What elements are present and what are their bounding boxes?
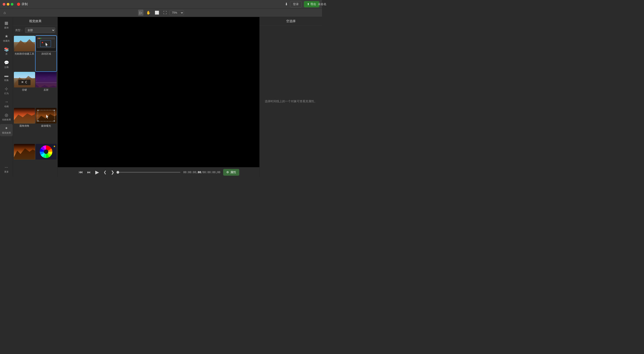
effects-title: 视觉效果 [13,17,58,26]
effect-keystroke[interactable]: ⌘ C 击键 [14,72,35,107]
home-tool-button[interactable]: ⌂ [2,10,7,16]
effect-thumb-freeze [36,36,57,52]
preview-controls: ⏮ ⏭ ▶ ❮ ❯ 00:00:00;00/00:00:00;00 ⚙ 属性 [58,167,260,177]
effect-label-rounded: 圆角倒角 [19,124,30,128]
hand-tool-button[interactable]: ✋ [145,10,152,16]
effect-cursor-path[interactable]: 光标路径创建工具 [14,36,35,71]
timecode-current: 00:00:00; [183,171,198,174]
preview-canvas [58,17,260,167]
title-bar-left: 录制 [3,2,28,6]
sidebar-item-cursor[interactable]: ◎ 光标效果 [0,111,13,123]
properties-btn-label: 属性 [230,170,236,174]
effect-thumb-mountain-dark [14,144,35,160]
effect-label-freeze: 冻结区域 [41,52,52,56]
record-button[interactable]: 录制 [17,2,28,6]
effect-media-blur[interactable]: 媒体哑光 [36,108,57,143]
cursor-icon: ◎ [5,113,8,118]
annotation-icon: 💬 [4,60,9,65]
export-button[interactable]: ⬆ 导出 [304,1,319,8]
sidebar-item-media[interactable]: ▦ 媒体 [0,19,13,31]
transition-icon: ▬ [4,73,8,78]
animation-icon: → [4,100,8,104]
favorites-icon: ★ [5,34,8,39]
sidebar-item-transition[interactable]: ▬ 转换 [0,72,13,84]
svg-point-6 [39,38,40,39]
sidebar-visual-label: 视觉效果 [2,131,11,135]
sidebar-favorites-label: 收藏夹 [3,39,10,43]
gear-icon: ⚙ [226,171,229,174]
effect-mountain-dark[interactable] [14,144,35,176]
svg-rect-26 [37,120,38,122]
toolbar-left: ⌂ [0,10,7,16]
effect-reflect[interactable]: 反射 [36,72,57,107]
record-label: 录制 [22,2,28,6]
fullscreen-tool-button[interactable]: ⛶ [162,10,168,16]
effects-grid: 光标路径创建工具 [13,35,58,177]
zoom-select[interactable]: 75% 50% 100% [170,10,184,15]
svg-point-5 [38,38,39,39]
effect-thumb-reflect [36,72,57,88]
sidebar-item-more[interactable]: ··· 更多 [0,163,13,175]
progress-handle[interactable] [116,171,119,174]
effect-freeze[interactable]: 冻结区域 [36,36,57,71]
crop-tool-button[interactable]: ⬜ [154,10,160,16]
sidebar-cursor-label: 光标效果 [2,118,11,121]
effect-label-mountain-dark [24,160,25,161]
timecode-current-bold: 00 [198,171,201,174]
toolbar-center: ▷ ✋ ⬜ ⛶ 75% 50% 100% [138,10,184,16]
effect-colorwheel[interactable]: ★ [36,144,57,176]
library-icon: 📚 [4,47,9,52]
login-button[interactable]: 登录 [290,1,302,8]
title-bar: 录制 未命名 ⬇ 登录 ⬆ 导出 [0,0,322,9]
download-button[interactable]: ⬇ [285,2,288,6]
skip-forward-button[interactable]: ❯ [110,169,115,176]
sidebar-item-annotation[interactable]: 💬 注释 [0,58,13,71]
effect-rounded[interactable]: 圆角倒角 [14,108,35,143]
step-forward-button[interactable]: ❮ [103,169,107,175]
step-back-button[interactable]: ⏭ [86,169,92,175]
sidebar-item-library[interactable]: 📚 库 [0,45,13,58]
timecode-display: 00:00:00;00/00:00:00;00 [183,171,220,174]
svg-point-7 [40,38,41,39]
progress-bar[interactable] [118,172,180,173]
skip-back-button[interactable]: ⏮ [78,169,84,175]
main-layout: ▦ 媒体 ★ 收藏夹 📚 库 💬 注释 ▬ 转换 ⊹ 行为 → 动画 ◎ 光 [0,17,322,177]
more-icon: ··· [5,165,8,170]
sidebar-item-favorites[interactable]: ★ 收藏夹 [0,32,13,44]
select-tool-button[interactable]: ▷ [138,10,144,16]
effect-label-keystroke: 击键 [22,88,27,92]
sidebar-item-animation[interactable]: → 动画 [0,98,13,110]
star-badge-icon: ★ [53,145,56,148]
properties-title: 空选择 [260,17,322,26]
properties-panel: 空选择 选择时间线上的一个对象可查看其属性。 [260,17,322,177]
sidebar-more-label: 更多 [4,170,9,173]
maximize-button[interactable] [11,3,14,6]
filter-label: 类型： [15,29,23,32]
effect-label-reflect: 反射 [43,88,49,92]
sidebar-behavior-label: 行为 [4,92,9,95]
sidebar-item-behavior[interactable]: ⊹ 行为 [0,85,13,97]
effect-thumb-media-blur [36,108,57,124]
svg-text:⌘ C: ⌘ C [22,80,27,84]
visual-icon: ✦ [5,126,8,131]
effect-label-media-blur: 媒体哑光 [41,124,52,128]
svg-rect-25 [54,110,55,111]
filter-select[interactable]: 全部 基本 高级 [25,28,55,33]
close-button[interactable] [3,3,5,6]
sidebar-annotation-label: 注释 [4,66,9,69]
sidebar-library-label: 库 [5,53,8,56]
minimize-button[interactable] [7,3,10,6]
toolbar-row: ⌂ ▷ ✋ ⬜ ⛶ 75% 50% 100% [0,9,322,17]
svg-point-9 [42,42,43,43]
play-button[interactable]: ▶ [94,169,100,176]
window-title: 未命名 [318,2,322,6]
record-dot-icon [17,3,20,6]
properties-button[interactable]: ⚙ 属性 [223,169,239,176]
behavior-icon: ⊹ [5,86,8,91]
effects-panel: 视觉效果 类型： 全部 基本 高级 [13,17,58,177]
effect-thumb-cursor-path [14,36,35,52]
sidebar-item-visual[interactable]: ✦ 视觉效果 [0,124,13,136]
effect-label-cursor-path: 光标路径创建工具 [14,52,35,56]
media-icon: ▦ [4,21,8,26]
svg-rect-27 [54,120,55,122]
